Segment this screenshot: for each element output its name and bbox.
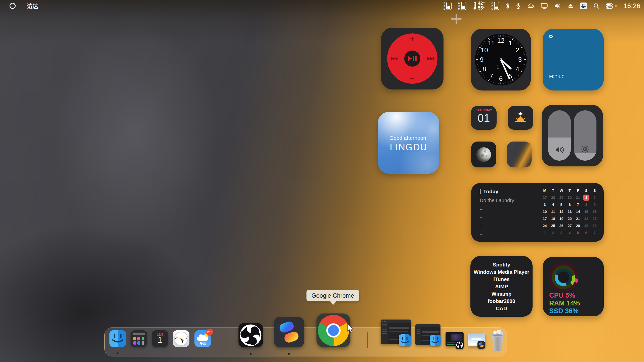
clock-numeral: 9 bbox=[480, 56, 484, 64]
clock-tick bbox=[503, 82, 504, 84]
calendar-day[interactable]: 31 bbox=[575, 195, 581, 201]
calendar-day[interactable]: 22 bbox=[583, 216, 589, 222]
calendar-day[interactable]: 13 bbox=[567, 209, 573, 215]
dock-obs[interactable] bbox=[238, 323, 263, 347]
dock-chrome[interactable] bbox=[316, 313, 350, 347]
calendar-day[interactable]: 15 bbox=[583, 209, 589, 215]
dock-launchpad[interactable] bbox=[131, 330, 147, 347]
clock-tick bbox=[484, 41, 486, 43]
volume-menu[interactable] bbox=[554, 3, 561, 9]
calendar-day[interactable]: 20 bbox=[567, 216, 573, 222]
calendar-day[interactable]: 26 bbox=[558, 223, 565, 229]
reminder-item[interactable]: Do the Laundry bbox=[480, 198, 514, 203]
calendar-day[interactable]: 18 bbox=[550, 216, 556, 222]
moon-phase-widget[interactable] bbox=[471, 142, 496, 167]
next-track-button[interactable] bbox=[427, 57, 434, 62]
calendar-day[interactable]: 30 bbox=[592, 223, 598, 229]
cpu-gauge[interactable]: CPU bbox=[491, 2, 499, 10]
calendar-day[interactable]: 6 bbox=[583, 230, 589, 236]
calendar-day[interactable]: 17 bbox=[542, 216, 548, 222]
calendar-date-widget[interactable]: SATURDAY 01 bbox=[471, 106, 497, 130]
calendar-day[interactable]: 14 bbox=[575, 209, 581, 215]
translucent-widget[interactable] bbox=[507, 142, 532, 167]
calendar-day[interactable]: 27 bbox=[542, 195, 548, 201]
calendar-day[interactable]: 23 bbox=[592, 216, 598, 222]
calendar-day[interactable]: 10 bbox=[542, 209, 548, 215]
copilot-running-dot bbox=[288, 353, 290, 355]
volume-slider[interactable] bbox=[548, 110, 571, 161]
analog-clock-widget[interactable]: +1 121234567891011 bbox=[471, 29, 531, 90]
brightness-slider[interactable] bbox=[574, 110, 596, 161]
calendar-day[interactable]: 3 bbox=[542, 202, 548, 208]
calendar-day[interactable]: 21 bbox=[575, 216, 581, 222]
clock-tick bbox=[476, 62, 478, 63]
calendar-day[interactable]: 24 bbox=[542, 223, 548, 229]
reminders-calendar-widget[interactable]: Today Do the Laundry –––– MTWTFSS2728293… bbox=[471, 183, 604, 242]
menubar-clock[interactable]: 16:26 bbox=[623, 2, 640, 10]
calendar-day[interactable]: 28 bbox=[550, 195, 556, 201]
add-widget-icon[interactable] bbox=[451, 14, 462, 24]
calendar-day[interactable]: 8 bbox=[583, 202, 589, 208]
dock-calendar[interactable]: 11月 1 bbox=[152, 330, 168, 347]
sunset-widget[interactable] bbox=[508, 106, 533, 130]
temperature-indicator[interactable]: 42° 55° bbox=[473, 1, 485, 11]
media-wheel-widget[interactable]: + − bbox=[381, 28, 444, 89]
mem-gauge[interactable]: MEM bbox=[458, 2, 466, 10]
ssd-gauge[interactable]: SSD bbox=[443, 2, 452, 10]
system-stats-widget[interactable]: CPU 5% RAM 14% SSD 36% bbox=[543, 257, 604, 316]
calendar-day[interactable]: 5 bbox=[575, 230, 581, 236]
dock-clock-app[interactable] bbox=[173, 330, 189, 347]
volume-up-button[interactable]: + bbox=[387, 35, 437, 42]
calendar-day[interactable]: 3 bbox=[558, 230, 565, 236]
dock-copilot[interactable] bbox=[274, 317, 304, 347]
launchpad-grid-icon bbox=[133, 337, 145, 344]
bluetooth-menu[interactable] bbox=[506, 3, 510, 9]
calendar-day[interactable]: 7 bbox=[575, 202, 581, 208]
microphone-menu[interactable] bbox=[516, 3, 520, 9]
cloud-storage-menu[interactable] bbox=[527, 3, 534, 9]
active-app-name[interactable]: 访达 bbox=[27, 2, 38, 10]
greeting-widget[interactable]: Good afternoon, LINGDU bbox=[378, 112, 439, 174]
day-number: 01 bbox=[471, 112, 497, 124]
calendar-day[interactable]: 7 bbox=[592, 230, 598, 236]
ram-stat: RAM 14% bbox=[549, 299, 580, 307]
dock-finder[interactable] bbox=[109, 330, 126, 347]
input-method-menu[interactable]: 拼 bbox=[580, 3, 587, 9]
weather-widget[interactable]: H:° L:° bbox=[543, 29, 604, 90]
volume-brightness-widget[interactable] bbox=[542, 105, 603, 166]
clock-tick bbox=[518, 43, 519, 44]
calendar-day[interactable]: 28 bbox=[575, 223, 581, 229]
calendar-day[interactable]: 30 bbox=[567, 195, 573, 201]
calendar-day[interactable]: 6 bbox=[567, 202, 573, 208]
eject-menu[interactable] bbox=[568, 4, 574, 8]
month-calendar[interactable]: MTWTFSS272829303112345678910111213141516… bbox=[541, 187, 599, 236]
calendar-day[interactable]: 4 bbox=[550, 202, 556, 208]
calendar-selected-day[interactable]: 1 bbox=[583, 195, 589, 201]
dock-trash[interactable] bbox=[490, 329, 505, 351]
calendar-day[interactable]: 16 bbox=[592, 209, 598, 215]
media-players-widget[interactable]: SpotifyWindows Media PlayeriTunesAIMPWin… bbox=[470, 256, 533, 317]
calendar-day[interactable]: 19 bbox=[558, 216, 565, 222]
system-logo-icon[interactable] bbox=[10, 3, 16, 9]
control-center-menu[interactable] bbox=[606, 3, 617, 9]
calendar-day[interactable]: 12 bbox=[558, 209, 565, 215]
calendar-day[interactable]: 27 bbox=[567, 223, 573, 229]
click-wheel[interactable]: + − bbox=[387, 33, 437, 84]
volume-down-button[interactable]: − bbox=[387, 75, 437, 82]
dock-weather-app[interactable]: 多云 21° bbox=[194, 330, 211, 347]
calendar-day[interactable]: 2 bbox=[550, 230, 556, 236]
calendar-day[interactable]: 25 bbox=[550, 223, 556, 229]
display-menu[interactable] bbox=[541, 3, 548, 9]
calendar-day[interactable]: 2 bbox=[592, 195, 598, 201]
calendar-day[interactable]: 29 bbox=[558, 195, 565, 201]
play-pause-button[interactable] bbox=[404, 51, 420, 67]
calendar-day[interactable]: 9 bbox=[592, 202, 598, 208]
spotlight-menu[interactable] bbox=[593, 3, 599, 9]
calendar-day[interactable]: 4 bbox=[567, 230, 573, 236]
calendar-day[interactable]: 1 bbox=[542, 230, 548, 236]
calendar-day[interactable]: 5 bbox=[558, 202, 565, 208]
calendar-day[interactable]: 11 bbox=[550, 209, 556, 215]
obs-running-dot bbox=[250, 353, 252, 355]
previous-track-button[interactable] bbox=[391, 57, 398, 62]
calendar-day[interactable]: 29 bbox=[583, 223, 589, 229]
